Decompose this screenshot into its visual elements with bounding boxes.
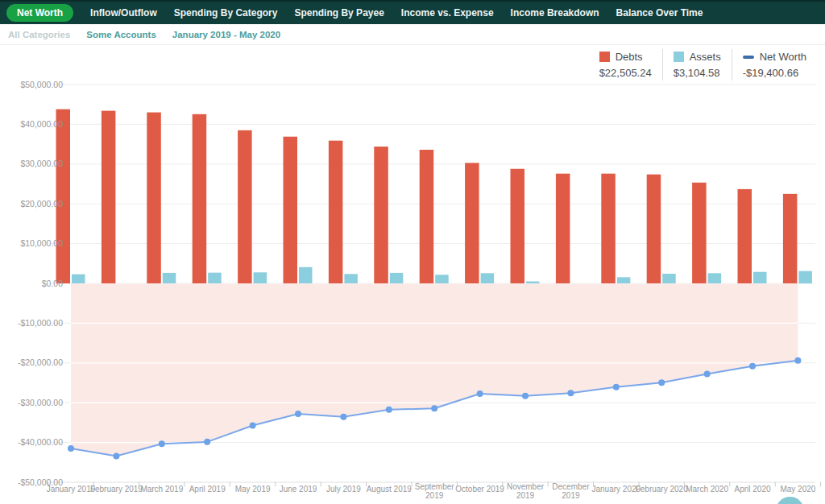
debts-bar[interactable] bbox=[420, 150, 434, 283]
net-worth-point[interactable] bbox=[477, 390, 483, 397]
assets-bar[interactable] bbox=[798, 271, 812, 283]
legend-assets-value: $3,104.58 bbox=[674, 67, 721, 79]
x-axis-label: February 2020 bbox=[636, 485, 688, 494]
assets-bar[interactable] bbox=[662, 274, 676, 283]
debts-bar[interactable] bbox=[692, 183, 707, 283]
net-worth-point[interactable] bbox=[250, 423, 256, 429]
net-worth-point[interactable] bbox=[340, 414, 346, 420]
net-worth-chart-panel: Debts $22,505.24 Assets $3,104.58 Net Wo… bbox=[0, 45, 825, 504]
legend-debts: Debts $22,505.24 bbox=[589, 49, 662, 81]
debts-bar[interactable] bbox=[601, 174, 616, 283]
x-axis-label: March 2020 bbox=[686, 485, 728, 494]
assets-bar[interactable] bbox=[753, 272, 767, 283]
assets-bar[interactable] bbox=[254, 272, 267, 283]
assets-bar[interactable] bbox=[617, 277, 631, 283]
x-axis-label: September2019 bbox=[415, 482, 455, 500]
x-axis-label: October 2019 bbox=[455, 485, 504, 494]
debts-bar[interactable] bbox=[374, 147, 388, 283]
debts-bar[interactable] bbox=[329, 141, 343, 283]
y-axis-label: $50,000.00 bbox=[20, 80, 63, 89]
net-worth-point[interactable] bbox=[113, 452, 119, 459]
debts-bar[interactable] bbox=[193, 114, 207, 283]
y-axis-label: -$40,000.00 bbox=[18, 437, 63, 447]
x-axis-label: March 2019 bbox=[140, 485, 183, 494]
debts-bar[interactable] bbox=[102, 111, 115, 283]
x-axis-label: January 2020 bbox=[591, 485, 641, 494]
legend-net-worth: Net Worth -$19,400.66 bbox=[732, 49, 817, 81]
x-axis-label: April 2020 bbox=[734, 485, 770, 494]
tab-spending-by-payee[interactable]: Spending By Payee bbox=[294, 7, 383, 19]
assets-bar[interactable] bbox=[526, 282, 540, 283]
filter-bar: All Categories Some Accounts January 201… bbox=[0, 24, 825, 45]
y-axis-label: -$30,000.00 bbox=[18, 398, 63, 407]
x-axis-label: April 2019 bbox=[189, 485, 226, 494]
x-axis-label: May 2020 bbox=[780, 485, 815, 494]
net-worth-point[interactable] bbox=[704, 371, 711, 378]
debts-bar[interactable] bbox=[56, 109, 71, 283]
x-axis-label: February 2019 bbox=[90, 485, 143, 494]
tab-income-breakdown[interactable]: Income Breakdown bbox=[511, 7, 599, 19]
net-worth-point[interactable] bbox=[658, 379, 665, 386]
negative-area-fill bbox=[71, 284, 798, 456]
legend-assets: Assets $3,104.58 bbox=[662, 49, 732, 81]
debts-bar[interactable] bbox=[147, 113, 161, 283]
debts-bar[interactable] bbox=[465, 163, 479, 283]
net-worth-point[interactable] bbox=[613, 384, 620, 390]
y-axis-label: $30,000.00 bbox=[20, 159, 63, 168]
net-worth-point[interactable] bbox=[567, 390, 574, 396]
assets-bar[interactable] bbox=[708, 273, 722, 283]
tab-balance-over-time[interactable]: Balance Over Time bbox=[616, 7, 703, 19]
filter-some-accounts[interactable]: Some Accounts bbox=[86, 30, 155, 39]
net-worth-point[interactable] bbox=[522, 393, 529, 399]
debts-bar[interactable] bbox=[511, 169, 525, 283]
tab-inflow-outflow[interactable]: Inflow/Outflow bbox=[90, 7, 157, 19]
x-axis-label: June 2019 bbox=[280, 485, 317, 494]
filter-date-range[interactable]: January 2019 - May 2020 bbox=[172, 30, 280, 39]
assets-bar[interactable] bbox=[208, 273, 222, 283]
assets-swatch-icon bbox=[674, 52, 684, 62]
y-axis-label: $10,000.00 bbox=[20, 238, 63, 248]
assets-bar[interactable] bbox=[390, 273, 404, 283]
assets-bar[interactable] bbox=[435, 275, 449, 283]
y-axis-label: $40,000.00 bbox=[20, 119, 63, 129]
net-worth-point[interactable] bbox=[749, 363, 756, 370]
tab-spending-by-category[interactable]: Spending By Category bbox=[174, 7, 278, 19]
net-worth-point[interactable] bbox=[794, 357, 801, 364]
y-axis-label: -$50,000.00 bbox=[18, 477, 63, 487]
debts-bar[interactable] bbox=[238, 130, 252, 283]
legend-net-worth-value: -$19,400.66 bbox=[743, 67, 806, 79]
filter-all-categories[interactable]: All Categories bbox=[8, 30, 70, 39]
debts-bar[interactable] bbox=[783, 194, 798, 283]
net-worth-swatch-icon bbox=[743, 56, 754, 59]
assets-bar[interactable] bbox=[72, 275, 85, 283]
x-axis-label: November2019 bbox=[507, 482, 545, 500]
x-axis-label: July 2019 bbox=[326, 485, 361, 494]
legend-debts-value: $22,505.24 bbox=[599, 67, 652, 79]
assets-bar[interactable] bbox=[344, 274, 358, 283]
net-worth-report-page: Net Worth Inflow/Outflow Spending By Cat… bbox=[0, 0, 825, 504]
debts-swatch-icon bbox=[599, 52, 610, 62]
legend-debts-label: Debts bbox=[616, 51, 643, 63]
net-worth-point[interactable] bbox=[159, 440, 165, 447]
net-worth-point[interactable] bbox=[431, 405, 437, 411]
net-worth-point[interactable] bbox=[204, 439, 210, 445]
debts-bar[interactable] bbox=[647, 175, 661, 283]
x-axis-label: December2019 bbox=[552, 482, 590, 500]
y-axis-label: -$20,000.00 bbox=[18, 357, 63, 367]
assets-bar[interactable] bbox=[163, 273, 176, 283]
net-worth-point[interactable] bbox=[295, 411, 301, 417]
tab-net-worth[interactable]: Net Worth bbox=[6, 4, 73, 22]
net-worth-point[interactable] bbox=[386, 407, 392, 413]
y-axis-label: -$10,000.00 bbox=[18, 318, 63, 328]
chart-legend: Debts $22,505.24 Assets $3,104.58 Net Wo… bbox=[589, 49, 817, 81]
debts-bar[interactable] bbox=[556, 174, 570, 283]
assets-bar[interactable] bbox=[481, 273, 495, 283]
debts-bar[interactable] bbox=[738, 189, 752, 283]
tab-income-vs-expense[interactable]: Income vs. Expense bbox=[401, 7, 494, 19]
net-worth-point[interactable] bbox=[68, 445, 74, 452]
net-worth-chart: January 2019February 2019March 2019April… bbox=[0, 45, 825, 504]
debts-bar[interactable] bbox=[284, 137, 298, 283]
y-axis-label: $0.00 bbox=[42, 279, 63, 288]
assets-bar[interactable] bbox=[299, 267, 313, 283]
legend-assets-label: Assets bbox=[690, 51, 721, 63]
